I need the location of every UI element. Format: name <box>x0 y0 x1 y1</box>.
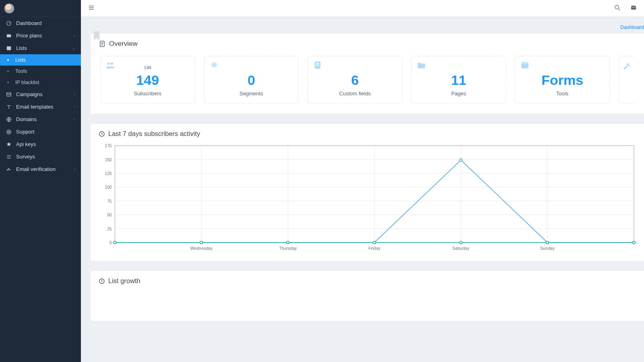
chevron-left-icon: ‹ <box>74 105 75 109</box>
chevron-left-icon: ‹ <box>74 92 75 97</box>
sidebar-item-surveys[interactable]: Surveys <box>0 150 81 163</box>
sidebar-subitem-lists[interactable]: Lists <box>0 54 81 66</box>
bullet-icon <box>7 70 9 72</box>
avatar-row[interactable] <box>0 0 81 17</box>
svg-point-61 <box>633 241 635 244</box>
sidebar-subitem-ip-blacklist[interactable]: IP blacklist <box>0 77 81 88</box>
type-icon <box>6 104 12 110</box>
sidebar-subitem-tools[interactable]: Tools <box>0 66 81 77</box>
activity-chart: 0255075100125150175WednesdayThursdayFrid… <box>91 142 644 261</box>
sidebar-subitem-label: IP blacklist <box>15 80 39 85</box>
overview-title: Overview <box>91 33 644 53</box>
chevron-left-icon: ‹ <box>74 33 75 38</box>
breadcrumb-link-dashboard[interactable]: Dashboard <box>620 25 644 30</box>
sidebar-item-price-plans[interactable]: Price plans ‹ <box>0 29 81 42</box>
stat-value: 11 <box>416 72 502 88</box>
sidebar-item-api-keys[interactable]: Api keys <box>0 138 81 150</box>
sidebar-item-support[interactable]: Support <box>0 125 81 138</box>
check-badge-icon <box>6 167 12 172</box>
sidebar-item-label: Surveys <box>16 154 35 160</box>
sidebar-item-label: Api keys <box>16 141 36 147</box>
svg-text:150: 150 <box>105 158 112 162</box>
sidebar-subitem-label: Lists <box>15 57 26 63</box>
clipboard-icon <box>99 40 106 47</box>
growth-card: List growth <box>90 270 644 321</box>
svg-point-57 <box>287 241 289 244</box>
users-icon <box>105 60 115 72</box>
svg-text:Thursday: Thursday <box>279 246 297 251</box>
sidebar: Dashboard Price plans ‹ Lists ⌄ Lists To… <box>0 0 81 362</box>
sidebar-item-label: Price plans <box>16 33 42 39</box>
svg-text:0: 0 <box>109 241 112 245</box>
folder-icon <box>417 60 426 72</box>
svg-point-56 <box>200 241 202 244</box>
activity-card: Last 7 days subscribers activity 0255075… <box>90 123 644 261</box>
bullet-icon <box>7 59 9 61</box>
sidebar-item-dashboard[interactable]: Dashboard <box>0 17 81 29</box>
svg-point-5 <box>7 130 11 134</box>
stat-mini <box>312 65 398 70</box>
lifebuoy-icon <box>6 129 12 135</box>
hamburger-icon[interactable] <box>88 4 95 12</box>
stat-more[interactable] <box>619 56 635 103</box>
stat-mini <box>208 65 295 70</box>
sidebar-item-label: Support <box>16 129 35 135</box>
sidebar-item-email-verification[interactable]: Email verification ‹ <box>0 163 81 175</box>
sidebar-subitem-label: Tools <box>15 68 27 74</box>
search-icon[interactable] <box>614 4 621 12</box>
sidebar-item-campaigns[interactable]: Campaigns ‹ <box>0 88 81 101</box>
sidebar-item-label: Email templates <box>16 104 53 110</box>
stat-segments[interactable]: 0 Segments <box>204 56 299 103</box>
svg-point-7 <box>615 5 619 9</box>
svg-text:Sunday: Sunday <box>540 246 555 251</box>
stat-value: 0 <box>208 72 295 88</box>
svg-text:75: 75 <box>107 199 112 204</box>
svg-rect-17 <box>521 62 528 64</box>
avatar <box>4 3 14 14</box>
globe-icon <box>6 117 12 122</box>
stat-forms[interactable]: Forms Tools <box>515 56 610 103</box>
svg-text:100: 100 <box>105 185 112 189</box>
stat-label: Custom fields <box>312 90 398 97</box>
svg-text:Saturday: Saturday <box>452 246 470 251</box>
svg-rect-2 <box>7 46 11 50</box>
list-check-icon <box>6 154 12 160</box>
svg-point-52 <box>460 159 462 161</box>
sidebar-item-lists[interactable]: Lists ⌄ <box>0 42 81 54</box>
sidebar-item-label: Dashboard <box>16 20 42 26</box>
sidebar-item-label: Email verification <box>16 166 56 172</box>
star-icon <box>6 142 12 147</box>
stat-subscribers[interactable]: 149 149 Subscribers <box>100 56 195 103</box>
topbar-actions <box>614 4 637 12</box>
stat-pages[interactable]: 11 Pages <box>411 56 506 103</box>
svg-text:Friday: Friday <box>368 246 380 251</box>
chevron-down-icon: ⌄ <box>72 46 75 50</box>
gear-icon <box>209 60 219 72</box>
sidebar-item-email-templates[interactable]: Email templates ‹ <box>0 101 81 113</box>
sidebar-item-domains[interactable]: Domains ‹ <box>0 113 81 125</box>
svg-text:25: 25 <box>107 227 112 231</box>
stat-custom-fields[interactable]: 6 Custom fields <box>308 56 402 103</box>
svg-point-6 <box>8 131 10 133</box>
stat-value: 149 <box>105 72 191 88</box>
stats-row: 149 149 Subscribers 0 Segments 6 Custom … <box>91 53 644 103</box>
stat-label: Pages <box>416 90 502 97</box>
stat-mini <box>416 65 502 70</box>
sidebar-item-label: Domains <box>16 116 37 122</box>
svg-text:175: 175 <box>105 144 112 148</box>
sidebar-item-label: Lists <box>16 45 27 51</box>
bullet-icon <box>7 82 9 83</box>
svg-text:50: 50 <box>107 213 112 217</box>
activity-title-text: Last 7 days subscribers activity <box>108 130 200 138</box>
line-chart: 0255075100125150175WednesdayThursdayFrid… <box>99 143 636 253</box>
svg-point-10 <box>107 62 110 65</box>
mail-icon[interactable] <box>630 4 637 12</box>
clock-icon <box>99 131 105 137</box>
sidebar-sublist-lists: Lists Tools IP blacklist <box>0 54 81 88</box>
topbar <box>81 0 644 17</box>
gauge-icon <box>6 21 12 26</box>
stat-mini <box>519 65 605 70</box>
activity-title: Last 7 days subscribers activity <box>91 123 644 142</box>
svg-text:125: 125 <box>105 171 112 176</box>
overview-title-text: Overview <box>109 40 138 48</box>
